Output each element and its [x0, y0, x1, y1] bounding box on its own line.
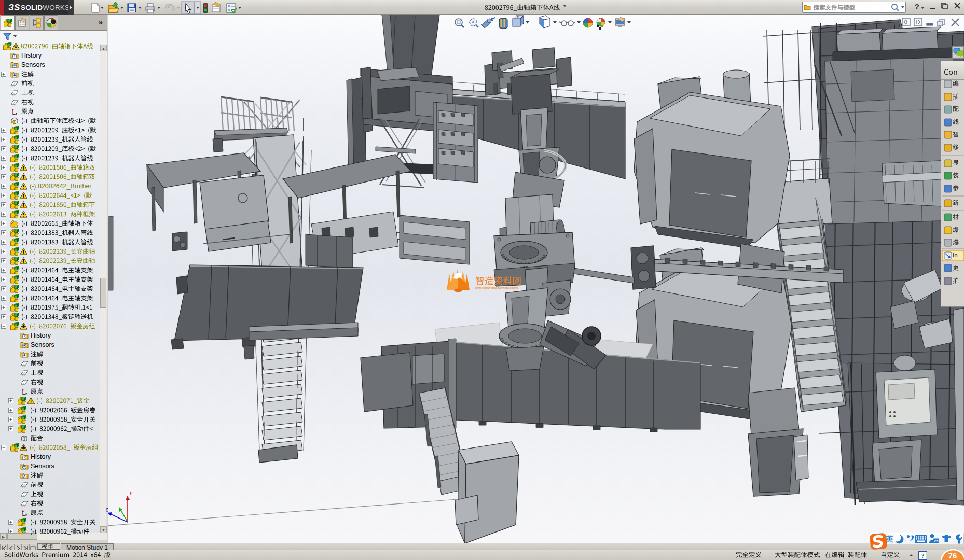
svg-text:Y: Y	[129, 490, 133, 496]
svg-text:Sensors: Sensors	[21, 61, 45, 68]
svg-text:Sensors: Sensors	[31, 341, 54, 348]
svg-text:?: ?	[921, 552, 925, 559]
svg-text:(-) 82002642_Brother: (-) 82002642_Brother	[30, 183, 92, 190]
svg-text:History: History	[31, 453, 51, 460]
svg-text:A: A	[23, 353, 26, 357]
svg-text:History: History	[21, 52, 42, 59]
svg-text:25: 25	[934, 539, 938, 543]
svg-text:History: History	[31, 332, 51, 339]
svg-text:A: A	[23, 474, 26, 478]
svg-text:76: 76	[948, 551, 957, 560]
svg-text:A: A	[13, 73, 16, 77]
svg-text:Sensors: Sensors	[31, 463, 54, 470]
